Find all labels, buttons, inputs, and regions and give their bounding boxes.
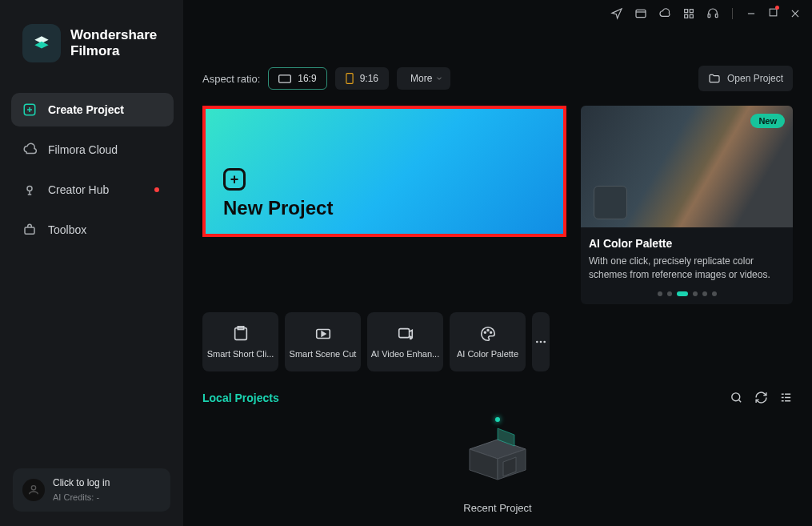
feature-image: New (581, 106, 793, 227)
apps-icon[interactable] (682, 7, 695, 20)
brand-logo: Wondershare Filmora (0, 0, 183, 86)
sidebar-item-filmora-cloud[interactable]: Filmora Cloud (11, 133, 174, 167)
svg-rect-5 (685, 10, 688, 13)
sidebar-item-create-project[interactable]: Create Project (11, 93, 174, 126)
svg-point-1 (27, 187, 32, 191)
feature-card-ai-color-palette[interactable]: New AI Color Palette With one click, pre… (581, 106, 793, 304)
sidebar-item-label: Toolbox (48, 223, 86, 236)
tile-smart-scene-cut[interactable]: Smart Scene Cut (285, 312, 361, 371)
sidebar-item-label: Filmora Cloud (48, 143, 118, 156)
svg-rect-12 (279, 74, 291, 82)
login-box[interactable]: Click to log in AI Credits: - (13, 468, 170, 512)
svg-point-20 (487, 330, 489, 331)
svg-point-22 (536, 341, 538, 343)
svg-point-23 (540, 341, 542, 343)
support-icon[interactable] (706, 7, 719, 20)
enhance-icon (397, 325, 414, 343)
minimize-icon[interactable] (746, 8, 757, 19)
chevron-down-icon (435, 74, 443, 82)
new-project-card[interactable]: + New Project (206, 109, 563, 234)
local-projects-tab[interactable]: Local Projects (202, 391, 279, 404)
notification-dot-icon (154, 187, 159, 192)
svg-point-24 (543, 341, 546, 343)
carousel-dots[interactable] (581, 291, 793, 296)
ai-credits-label: AI Credits: - (53, 492, 110, 504)
clip-icon (232, 325, 250, 343)
folder-icon (708, 72, 721, 85)
svg-rect-10 (715, 14, 718, 18)
aspect-16-9-chip[interactable]: 16:9 (268, 67, 326, 90)
scene-cut-icon (314, 325, 332, 343)
new-badge: New (750, 114, 785, 128)
tile-ai-color-palette[interactable]: AI Color Palette (450, 312, 526, 371)
tile-ai-video-enhance[interactable]: AI Video Enhan... (367, 312, 443, 371)
svg-point-21 (490, 331, 491, 333)
sidebar-item-creator-hub[interactable]: Creator Hub (11, 173, 174, 207)
svg-rect-6 (690, 10, 693, 13)
svg-rect-17 (398, 329, 409, 338)
close-icon[interactable] (790, 8, 801, 19)
svg-point-3 (31, 486, 35, 490)
window-topbar (610, 6, 801, 21)
svg-rect-2 (25, 227, 34, 234)
empty-box-icon (454, 417, 542, 489)
search-icon[interactable] (730, 391, 743, 404)
aspect-more-button[interactable]: More (397, 67, 450, 90)
feature-title: AI Color Palette (589, 237, 782, 250)
svg-point-19 (484, 331, 486, 333)
svg-rect-7 (685, 14, 688, 18)
palette-icon (479, 325, 497, 343)
new-project-title: New Project (223, 197, 563, 219)
list-view-icon[interactable] (779, 391, 793, 404)
login-prompt: Click to log in (53, 477, 110, 488)
sidebar-item-toolbox[interactable]: Toolbox (11, 213, 174, 247)
sidebar-item-label: Creator Hub (48, 183, 109, 196)
brand-icon (22, 24, 61, 62)
send-icon[interactable] (610, 7, 623, 20)
tile-smart-short-clip[interactable]: Smart Short Cli... (202, 312, 278, 371)
notification-dot-icon (775, 6, 779, 10)
feature-description: With one click, precisely replicate colo… (589, 255, 782, 282)
more-dots-icon (534, 335, 547, 348)
avatar-icon (22, 479, 45, 501)
open-project-button[interactable]: Open Project (698, 66, 793, 91)
svg-point-25 (732, 393, 740, 401)
aspect-9-16-chip[interactable]: 9:16 (335, 67, 389, 90)
media-icon[interactable] (634, 7, 647, 20)
brand-line2: Filmora (70, 43, 157, 59)
cloud-icon[interactable] (658, 7, 671, 20)
brand-line1: Wondershare (70, 27, 157, 43)
sidebar: Wondershare Filmora Create Project Filmo… (0, 0, 183, 526)
feature-thumb-icon (594, 186, 627, 219)
svg-rect-13 (346, 74, 353, 84)
tile-more-button[interactable] (532, 312, 550, 371)
svg-rect-4 (636, 10, 646, 17)
svg-rect-8 (690, 14, 693, 18)
svg-rect-11 (770, 9, 777, 16)
refresh-icon[interactable] (754, 391, 768, 404)
sidebar-item-label: Create Project (48, 103, 124, 116)
aspect-ratio-label: Aspect ratio: (202, 73, 260, 85)
svg-rect-9 (708, 14, 710, 18)
svg-point-18 (410, 338, 411, 339)
recent-project-label: Recent Project (463, 502, 531, 514)
plus-icon: + (223, 168, 246, 191)
